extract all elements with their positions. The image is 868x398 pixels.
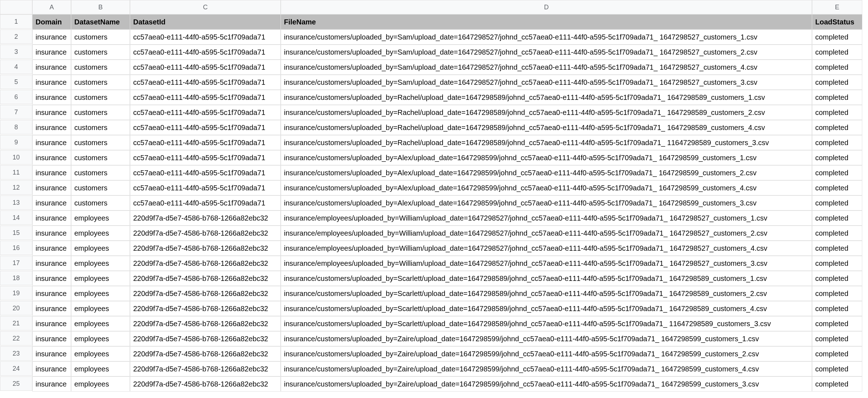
cell-D2[interactable]: insurance/customers/uploaded_by=Sam/uplo… [281, 29, 812, 45]
cell-C10[interactable]: cc57aea0-e111-44f0-a595-5c1f709ada71 [130, 150, 281, 165]
row-header-22[interactable]: 22 [0, 331, 32, 346]
cell-E23[interactable]: completed [812, 346, 862, 361]
cell-A3[interactable]: insurance [32, 45, 71, 60]
cell-A21[interactable]: insurance [32, 316, 71, 331]
cell-B6[interactable]: customers [71, 90, 130, 105]
cell-A18[interactable]: insurance [32, 271, 71, 286]
cell-E10[interactable]: completed [812, 150, 862, 165]
row-header-20[interactable]: 20 [0, 301, 32, 315]
cell-B5[interactable]: customers [71, 75, 130, 90]
row-header-25[interactable]: 25 [0, 376, 32, 391]
cell-D19[interactable]: insurance/customers/uploaded_by=Scarlett… [281, 286, 812, 301]
row-header-3[interactable]: 3 [0, 45, 32, 59]
cell-B11[interactable]: customers [71, 165, 130, 180]
cell-B8[interactable]: customers [71, 120, 130, 135]
cell-A24[interactable]: insurance [32, 361, 71, 376]
cell-E2[interactable]: completed [812, 29, 862, 45]
cell-C14[interactable]: 220d9f7a-d5e7-4586-b768-1266a82ebc32 [130, 210, 281, 226]
cell-E21[interactable]: completed [812, 316, 862, 331]
row-header-11[interactable]: 11 [0, 165, 32, 180]
column-header-C[interactable]: C [130, 0, 281, 14]
row-header-1[interactable]: 1 [0, 14, 32, 29]
cell-A10[interactable]: insurance [32, 150, 71, 165]
cell-B19[interactable]: employees [71, 286, 130, 301]
cell-E8[interactable]: completed [812, 120, 862, 135]
cell-A16[interactable]: insurance [32, 241, 71, 256]
cell-D7[interactable]: insurance/customers/uploaded_by=Rachel/u… [281, 105, 812, 120]
cell-E22[interactable]: completed [812, 331, 862, 346]
cell-E13[interactable]: completed [812, 195, 862, 210]
cell-B21[interactable]: employees [71, 316, 130, 331]
cell-D15[interactable]: insurance/employees/uploaded_by=William/… [281, 226, 812, 241]
cell-A6[interactable]: insurance [32, 90, 71, 105]
cell-C21[interactable]: 220d9f7a-d5e7-4586-b768-1266a82ebc32 [130, 316, 281, 331]
row-header-6[interactable]: 6 [0, 90, 32, 104]
cell-D22[interactable]: insurance/customers/uploaded_by=Zaire/up… [281, 331, 812, 346]
cell-B14[interactable]: employees [71, 210, 130, 226]
cell-D6[interactable]: insurance/customers/uploaded_by=Rachel/u… [281, 90, 812, 105]
cell-B22[interactable]: employees [71, 331, 130, 346]
row-header-24[interactable]: 24 [0, 361, 32, 376]
row-header-15[interactable]: 15 [0, 226, 32, 240]
cell-D24[interactable]: insurance/customers/uploaded_by=Zaire/up… [281, 361, 812, 376]
row-header-4[interactable]: 4 [0, 60, 32, 74]
column-header-D[interactable]: D [281, 0, 812, 14]
row-header-17[interactable]: 17 [0, 256, 32, 270]
cell-C6[interactable]: cc57aea0-e111-44f0-a595-5c1f709ada71 [130, 90, 281, 105]
cell-B23[interactable]: employees [71, 346, 130, 361]
cell-D9[interactable]: insurance/customers/uploaded_by=Rachel/u… [281, 135, 812, 150]
cell-B7[interactable]: customers [71, 105, 130, 120]
cell-C20[interactable]: 220d9f7a-d5e7-4586-b768-1266a82ebc32 [130, 301, 281, 316]
row-header-8[interactable]: 8 [0, 120, 32, 134]
header-cell-E[interactable]: LoadStatus [812, 14, 862, 29]
cell-D16[interactable]: insurance/employees/uploaded_by=William/… [281, 241, 812, 256]
cell-A19[interactable]: insurance [32, 286, 71, 301]
row-header-7[interactable]: 7 [0, 105, 32, 119]
row-header-12[interactable]: 12 [0, 180, 32, 195]
cell-A8[interactable]: insurance [32, 120, 71, 135]
cell-E15[interactable]: completed [812, 226, 862, 241]
cell-A4[interactable]: insurance [32, 60, 71, 75]
cell-A11[interactable]: insurance [32, 165, 71, 180]
cell-A17[interactable]: insurance [32, 256, 71, 271]
cell-E16[interactable]: completed [812, 241, 862, 256]
cell-D25[interactable]: insurance/customers/uploaded_by=Zaire/up… [281, 376, 812, 392]
cell-C16[interactable]: 220d9f7a-d5e7-4586-b768-1266a82ebc32 [130, 241, 281, 256]
column-header-B[interactable]: B [71, 0, 130, 14]
cell-B18[interactable]: employees [71, 271, 130, 286]
cell-A14[interactable]: insurance [32, 210, 71, 226]
cell-E19[interactable]: completed [812, 286, 862, 301]
cell-A12[interactable]: insurance [32, 180, 71, 195]
row-header-18[interactable]: 18 [0, 271, 32, 285]
header-cell-D[interactable]: FileName [281, 14, 812, 29]
cell-C4[interactable]: cc57aea0-e111-44f0-a595-5c1f709ada71 [130, 60, 281, 75]
cell-D4[interactable]: insurance/customers/uploaded_by=Sam/uplo… [281, 60, 812, 75]
cell-E17[interactable]: completed [812, 256, 862, 271]
cell-A2[interactable]: insurance [32, 29, 71, 45]
header-cell-B[interactable]: DatasetName [71, 14, 130, 29]
cell-E24[interactable]: completed [812, 361, 862, 376]
cell-E18[interactable]: completed [812, 271, 862, 286]
cell-B2[interactable]: customers [71, 29, 130, 45]
cell-D8[interactable]: insurance/customers/uploaded_by=Rachel/u… [281, 120, 812, 135]
cell-D18[interactable]: insurance/customers/uploaded_by=Scarlett… [281, 271, 812, 286]
cell-D3[interactable]: insurance/customers/uploaded_by=Sam/uplo… [281, 45, 812, 60]
cell-E3[interactable]: completed [812, 45, 862, 60]
cell-C19[interactable]: 220d9f7a-d5e7-4586-b768-1266a82ebc32 [130, 286, 281, 301]
cell-A9[interactable]: insurance [32, 135, 71, 150]
cell-D14[interactable]: insurance/employees/uploaded_by=William/… [281, 210, 812, 226]
cell-B16[interactable]: employees [71, 241, 130, 256]
cell-B3[interactable]: customers [71, 45, 130, 60]
cell-D13[interactable]: insurance/customers/uploaded_by=Alex/upl… [281, 195, 812, 210]
cell-C25[interactable]: 220d9f7a-d5e7-4586-b768-1266a82ebc32 [130, 376, 281, 392]
row-header-13[interactable]: 13 [0, 195, 32, 210]
cell-D17[interactable]: insurance/employees/uploaded_by=William/… [281, 256, 812, 271]
cell-A22[interactable]: insurance [32, 331, 71, 346]
cell-B10[interactable]: customers [71, 150, 130, 165]
cell-E7[interactable]: completed [812, 105, 862, 120]
cell-C15[interactable]: 220d9f7a-d5e7-4586-b768-1266a82ebc32 [130, 226, 281, 241]
cell-C2[interactable]: cc57aea0-e111-44f0-a595-5c1f709ada71 [130, 29, 281, 45]
cell-C8[interactable]: cc57aea0-e111-44f0-a595-5c1f709ada71 [130, 120, 281, 135]
cell-B17[interactable]: employees [71, 256, 130, 271]
cell-A25[interactable]: insurance [32, 376, 71, 392]
